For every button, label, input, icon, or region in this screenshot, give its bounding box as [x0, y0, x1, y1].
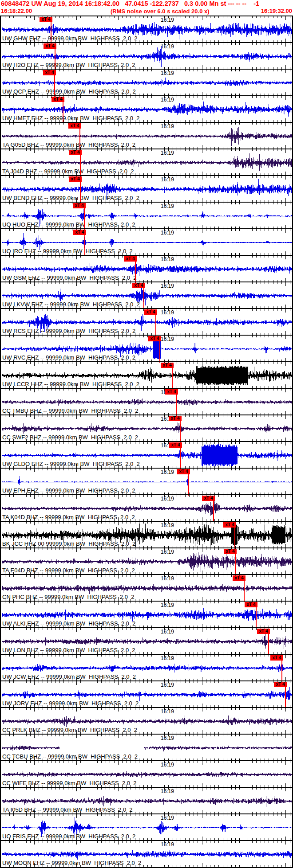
- minute-label: 16:19: [161, 841, 174, 848]
- rms-scale-note: (RMS noise over 6.0 s scaled 20.0 x): [111, 8, 210, 15]
- station-label: TA E04D BHZ -- 99999.0km BW HIGHPASS 2.0…: [2, 567, 135, 574]
- seismogram-trace[interactable]: [2, 687, 292, 701]
- trace-row: 16:19UW LCCR HHZ -- 99999.0km BW HIGHPAS…: [1, 361, 292, 388]
- trace-row: 16:19UW RCS EHZ -- 99999.0km BW HIGHPASS…: [1, 308, 292, 335]
- station-label: UW GSM EHZ -- 99999.0km BW HIGHPASS 2.0 …: [2, 274, 136, 281]
- trace-row: 16:19UO HUO EHZ -- 99999.0km BW HIGHPASS…: [1, 202, 292, 228]
- minute-label: 16:19: [161, 256, 174, 262]
- station-label: UW GLDO EHZ -- 99999.0km BW HIGHPASS 2.0…: [2, 461, 140, 467]
- seismogram-trace[interactable]: [2, 716, 292, 727]
- station-label: CC WIFE BHZ -- 99999.0km BW HIGHPASS 2.0…: [2, 780, 136, 786]
- pick-flag[interactable]: xT 4: [69, 176, 82, 182]
- trace-row: 16:19UW JORV EHZ -- 99999.0km BW HIGHPAS…: [1, 680, 292, 707]
- station-label: CC TCBU BHZ -- 99999.0km BW HIGHPASS 2.0…: [2, 753, 138, 760]
- station-label: TA G05D BHZ -- 99999.0km BW HIGHPASS 2.0…: [2, 141, 135, 148]
- seismogram-trace[interactable]: [2, 399, 292, 406]
- seismogram-trace[interactable]: [2, 664, 292, 673]
- pick-flag[interactable]: xT 4: [224, 549, 237, 554]
- pick-flag[interactable]: xT 4: [124, 256, 137, 262]
- seismogram-trace[interactable]: [2, 608, 292, 622]
- seismogram-trace[interactable]: [2, 848, 292, 859]
- trace-row: 16:19UW HMET EHZ -- 99999.0km BW HIGHPAS…: [1, 95, 292, 122]
- pick-flag[interactable]: xT 4: [69, 150, 82, 155]
- station-label: UW ALKI EHZ -- 99999.0km BW HIGHPASS 2.0…: [2, 620, 135, 627]
- minute-label: 16:19: [161, 575, 174, 582]
- minute-label: 16:19: [161, 97, 174, 103]
- station-label: UW RVC EHZ -- 99999.0km BW HIGHPASS 2.0 …: [2, 354, 135, 361]
- pick-flag[interactable]: xT 4: [223, 522, 236, 528]
- pick-flag[interactable]: xT 4: [169, 416, 182, 421]
- station-label: TA I05D BHZ -- 99999.0km BW HIGHPASS 2.0…: [2, 806, 133, 813]
- pick-flag[interactable]: xT 4: [43, 70, 56, 75]
- seismogram-trace[interactable]: [2, 476, 292, 489]
- pick-flag[interactable]: xT 4: [274, 682, 287, 687]
- trace-row: 16:19CN PHC BHZ -- 99999.0km BW HIGHPASS…: [1, 574, 292, 601]
- pick-flag[interactable]: xT 4: [161, 363, 174, 368]
- pick-flag[interactable]: xT 4: [51, 97, 64, 102]
- minute-label: 16:19: [161, 815, 174, 821]
- station-label: UW JORV EHZ -- 99999.0km BW HIGHPASS 2.0…: [2, 700, 139, 707]
- station-label: UW JCW EHZ -- 99999.0km BW HIGHPASS 2.0 …: [2, 673, 136, 680]
- pick-flag[interactable]: xT 4: [132, 283, 145, 288]
- minute-label: 16:19: [161, 469, 174, 475]
- trace-row: 16:19TA K04D BHZ -- 99999.0km BW HIGHPAS…: [1, 494, 292, 521]
- pick-flag[interactable]: xT 4: [73, 203, 86, 208]
- minute-label: 16:19: [161, 123, 174, 129]
- trace-row: 16:19TA J04D BHZ -- 99999.0km BW HIGHPAS…: [1, 149, 292, 175]
- station-label: UO FRIS EHZ -- 99999.0km BW HIGHPASS 2.0…: [2, 833, 135, 840]
- pick-flag[interactable]: xT 4: [148, 336, 161, 341]
- station-label: TA K04D BHZ -- 99999.0km BW HIGHPASS 2.0…: [2, 514, 135, 520]
- seismogram-trace[interactable]: [2, 78, 292, 86]
- trace-row: 16:19CC PRLK BHZ -- 99999.0km BW HIGHPAS…: [1, 707, 292, 734]
- station-label: UO HUO EHZ -- 99999.0km BW HIGHPASS 2.0 …: [2, 221, 135, 228]
- station-label: CC PRLK BHZ -- 99999.0km BW HIGHPASS 2.0…: [2, 727, 137, 733]
- pick-flag[interactable]: xT 4: [165, 389, 178, 395]
- pick-flag[interactable]: xT 4: [233, 575, 245, 581]
- minute-label: 16:19: [161, 708, 174, 715]
- station-label: UW HMET EHZ -- 99999.0km BW HIGHPASS 2.0…: [2, 115, 139, 121]
- window-start-time: 16:18:22.00: [1, 8, 32, 14]
- pick-flag[interactable]: xT 4: [144, 309, 157, 315]
- station-label: CC SWF2 BHZ -- 99999.0km BW HIGHPASS 2.0…: [2, 434, 138, 441]
- seismogram-trace[interactable]: [2, 584, 292, 594]
- minute-label: 16:19: [161, 43, 174, 50]
- pick-flag[interactable]: xT 4: [169, 442, 182, 448]
- minute-label: 16:19: [161, 283, 174, 289]
- minute-label: 16:19: [161, 309, 174, 316]
- minute-label: 16:19: [161, 549, 174, 555]
- trace-row: 16:19TA I05D BHZ -- 99999.0km BW HIGHPAS…: [1, 787, 292, 813]
- trace-row: 16:19UW GLDO EHZ -- 99999.0km BW HIGHPAS…: [1, 441, 292, 468]
- pick-flag[interactable]: xT 4: [40, 17, 52, 22]
- pick-flag[interactable]: xT 4: [257, 629, 270, 634]
- trace-row: 16:19CC WIFE BHZ -- 99999.0km BW HIGHPAS…: [1, 760, 292, 787]
- pick-flag[interactable]: xT 4: [270, 655, 283, 661]
- pick-flag[interactable]: xT 4: [245, 602, 257, 607]
- pick-flag[interactable]: xT 4: [73, 230, 86, 235]
- station-label: UW QCP EHZ -- 99999.0km BW HIGHPASS 2.0 …: [2, 88, 136, 95]
- station-label: UW LCCR HHZ -- 99999.0km BW HIGHPASS 2.0…: [2, 381, 139, 387]
- pick-flag[interactable]: xT 4: [68, 123, 81, 129]
- minute-label: 16:19: [161, 496, 174, 502]
- minute-label: 16:19: [161, 203, 174, 209]
- minute-label: 16:19: [161, 682, 174, 688]
- station-label: UW GHW EHZ -- 99999.0km BW HIGHPASS 2.0 …: [2, 35, 138, 42]
- minute-label: 16:19: [161, 176, 174, 183]
- pick-flag[interactable]: xT 4: [44, 43, 56, 49]
- trace-row: 16:19UW JCW EHZ -- 99999.0km BW HIGHPASS…: [1, 654, 292, 680]
- window-end-time: 16:19:32.00: [261, 8, 292, 14]
- trace-row: 16:19UW H2O EHZ -- 99999.0km BW HIGHPASS…: [1, 42, 292, 69]
- station-label: UW LON BHZ -- 99999.0km BW HIGHPASS 2.0 …: [2, 647, 135, 653]
- seismogram-trace[interactable]: [2, 744, 292, 751]
- trace-row: 16:19UO FRIS EHZ -- 99999.0km BW HIGHPAS…: [1, 813, 292, 840]
- trace-row: 16:19UW GSM EHZ -- 99999.0km BW HIGHPASS…: [1, 255, 292, 282]
- pick-flag[interactable]: xT 4: [177, 469, 190, 474]
- seismic-waveform-viewer: 60848472 UW Aug 19, 2014 16:18:42.00 47.…: [0, 0, 293, 868]
- seismogram-trace[interactable]: [2, 771, 292, 779]
- seismogram-trace[interactable]: [2, 233, 292, 250]
- pick-flag[interactable]: xT 4: [202, 496, 215, 501]
- seismogram-trace[interactable]: [2, 796, 292, 807]
- trace-row: 16:19TA E04D BHZ -- 99999.0km BW HIGHPAS…: [1, 547, 292, 574]
- station-label: UW H2O EHZ -- 99999.0km BW HIGHPASS 2.0 …: [2, 62, 135, 68]
- seismogram-trace[interactable]: [2, 422, 292, 434]
- event-summary-line: 60848472 UW Aug 19, 2014 16:18:42.00 47.…: [1, 0, 259, 7]
